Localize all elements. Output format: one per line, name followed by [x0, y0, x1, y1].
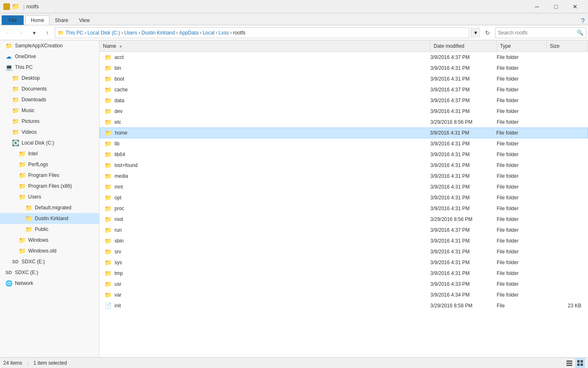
table-row[interactable]: 📁etc3/29/2016 8:56 PMFile folder [100, 117, 588, 128]
folder-yellow-icon: 📁 [19, 237, 26, 243]
table-row[interactable]: 📁lib3/9/2016 4:31 PMFile folder [100, 138, 588, 149]
column-headers: Name ▲ Date modified Type Size [100, 40, 588, 52]
table-row[interactable]: 📁mnt3/9/2016 4:31 PMFile folder [100, 182, 588, 192]
file-type: File [497, 303, 547, 309]
tab-view[interactable]: View [73, 15, 95, 25]
file-name: lib [115, 141, 430, 147]
breadcrumb-users[interactable]: Users [124, 30, 137, 36]
table-row[interactable]: 📁sys3/9/2016 4:31 PMFile folder [100, 257, 588, 268]
table-row[interactable]: 📄init3/29/2016 8:58 PMFile23 KB [100, 300, 588, 311]
table-row[interactable]: 📁srv3/9/2016 4:31 PMFile folder [100, 246, 588, 257]
sidebar-item-3[interactable]: 📁Desktop [0, 73, 99, 83]
file-type: File folder [497, 65, 547, 71]
refresh-button[interactable]: ↻ [482, 27, 493, 39]
sidebar-item-5[interactable]: 📁Downloads [0, 94, 99, 105]
sidebar-item-14[interactable]: 📁Users [0, 191, 99, 202]
breadcrumb-lxss[interactable]: Lxss [219, 30, 229, 36]
table-row[interactable]: 📁home3/9/2016 4:31 PMFile folder [100, 128, 588, 138]
sidebar-item-18[interactable]: 📁Windows [0, 235, 99, 245]
sidebar-item-12[interactable]: 📁Program Files [0, 170, 99, 181]
table-row[interactable]: 📁tmp3/9/2016 4:31 PMFile folder [100, 268, 588, 279]
table-row[interactable]: 📁boot3/9/2016 4:31 PMFile folder [100, 74, 588, 84]
breadcrumb-local[interactable]: Local [203, 30, 215, 36]
breadcrumb-localdisk[interactable]: Local Disk (C:) [88, 30, 120, 36]
sidebar-item-9[interactable]: 💽Local Disk (C:) [0, 137, 99, 148]
col-header-name[interactable]: Name ▲ [100, 40, 430, 52]
close-button[interactable]: ✕ [566, 0, 585, 13]
app-icon [3, 3, 10, 10]
table-row[interactable]: 📁data3/9/2016 4:37 PMFile folder [100, 95, 588, 106]
sidebar-label-20: SDXC (E:) [22, 259, 45, 265]
folder-icon: 📁 [104, 205, 112, 212]
sidebar-item-4[interactable]: 📁Documents [0, 83, 99, 94]
sidebar-item-20[interactable]: SDSDXC (E:) [0, 256, 99, 267]
sidebar-item-2[interactable]: 💻This PC [0, 62, 99, 73]
sidebar-item-0[interactable]: 📁SampleAppXCreation [0, 40, 99, 51]
address-dropdown-button[interactable]: ▾ [471, 27, 480, 38]
breadcrumb-thispc[interactable]: This PC [66, 30, 83, 36]
col-header-size[interactable]: Size [547, 40, 588, 52]
sidebar-label-0: SampleAppXCreation [15, 43, 63, 49]
table-row[interactable]: 📁usr3/9/2016 4:33 PMFile folder [100, 279, 588, 289]
table-row[interactable]: 📁var3/9/2016 4:34 PMFile folder [100, 289, 588, 300]
file-type: File folder [497, 87, 547, 93]
back-button[interactable]: ← [2, 27, 13, 39]
folder-yellow-icon: 📁 [19, 194, 26, 200]
up-button[interactable]: ↑ [41, 27, 53, 39]
breadcrumb-dustin[interactable]: Dustin Kirkland [142, 30, 175, 36]
sidebar-item-17[interactable]: 📁Public [0, 224, 99, 235]
table-row[interactable]: 📁bin3/9/2016 4:31 PMFile folder [100, 63, 588, 74]
maximize-button[interactable]: □ [547, 0, 566, 13]
col-header-date[interactable]: Date modified [430, 40, 497, 52]
table-row[interactable]: 📁lib643/9/2016 4:31 PMFile folder [100, 149, 588, 160]
file-type: File folder [497, 98, 547, 103]
details-view-button[interactable] [576, 358, 585, 368]
folder-icon: 📁 [104, 270, 112, 277]
tab-share[interactable]: Share [49, 15, 73, 25]
table-row[interactable]: 📁lost+found3/9/2016 4:31 PMFile folder [100, 160, 588, 171]
sidebar-item-13[interactable]: 📁Program Files (x86) [0, 181, 99, 191]
list-view-button[interactable] [565, 358, 574, 368]
file-type: File folder [496, 130, 546, 136]
tab-file[interactable]: File [2, 15, 24, 25]
table-row[interactable]: 📁acct3/9/2016 4:37 PMFile folder [100, 52, 588, 63]
sidebar-item-21[interactable]: SDSDXC (E:) [0, 267, 99, 278]
sidebar-label-16: Dustin Kirkland [35, 216, 68, 221]
sidebar-label-4: Documents [22, 86, 47, 92]
file-name: tmp [115, 270, 430, 276]
minimize-button[interactable]: ─ [527, 0, 547, 13]
dropdown-button[interactable]: ▾ [28, 27, 40, 39]
file-name: data [115, 98, 430, 103]
table-row[interactable]: 📁cache3/9/2016 4:37 PMFile folder [100, 84, 588, 95]
sidebar-item-22[interactable]: 🌐Network [0, 278, 99, 289]
table-row[interactable]: 📁run3/9/2016 4:37 PMFile folder [100, 225, 588, 236]
sidebar-item-11[interactable]: 📁PerfLogs [0, 159, 99, 170]
sidebar-item-10[interactable]: 📁Intel [0, 148, 99, 159]
table-row[interactable]: 📁opt3/9/2016 4:31 PMFile folder [100, 192, 588, 203]
breadcrumb-appdata[interactable]: AppData [179, 30, 198, 36]
file-type: File folder [497, 152, 547, 157]
tab-home[interactable]: Home [25, 15, 49, 25]
file-name: usr [115, 281, 430, 287]
forward-button[interactable]: → [15, 27, 27, 39]
file-name: media [115, 173, 430, 179]
search-icon: 🔍 [577, 29, 583, 36]
file-date: 3/9/2016 4:37 PM [430, 54, 497, 60]
sidebar-item-19[interactable]: 📁Windows.old [0, 245, 99, 256]
sidebar-item-7[interactable]: 📁Pictures [0, 116, 99, 127]
col-header-type[interactable]: Type [497, 40, 547, 52]
sidebar-item-16[interactable]: 📁Dustin Kirkland [0, 213, 99, 224]
table-row[interactable]: 📁sbin3/9/2016 4:31 PMFile folder [100, 236, 588, 246]
table-row[interactable]: 📁proc3/9/2016 4:31 PMFile folder [100, 203, 588, 214]
sidebar-item-1[interactable]: ☁OneDrive [0, 51, 99, 62]
search-input[interactable] [498, 30, 577, 36]
table-row[interactable]: 📁dev3/9/2016 4:31 PMFile folder [100, 106, 588, 117]
sidebar-item-15[interactable]: 📁Default.migrated [0, 202, 99, 213]
sidebar-item-6[interactable]: 📁Music [0, 105, 99, 116]
file-name: lib64 [115, 152, 430, 157]
table-row[interactable]: 📁media3/9/2016 4:31 PMFile folder [100, 171, 588, 182]
table-row[interactable]: 📁root3/29/2016 8:56 PMFile folder [100, 214, 588, 225]
sidebar: 📁SampleAppXCreation☁OneDrive💻This PC📁Des… [0, 40, 100, 357]
sidebar-item-8[interactable]: 📁Videos [0, 127, 99, 137]
help-icon[interactable]: ? [581, 17, 585, 25]
